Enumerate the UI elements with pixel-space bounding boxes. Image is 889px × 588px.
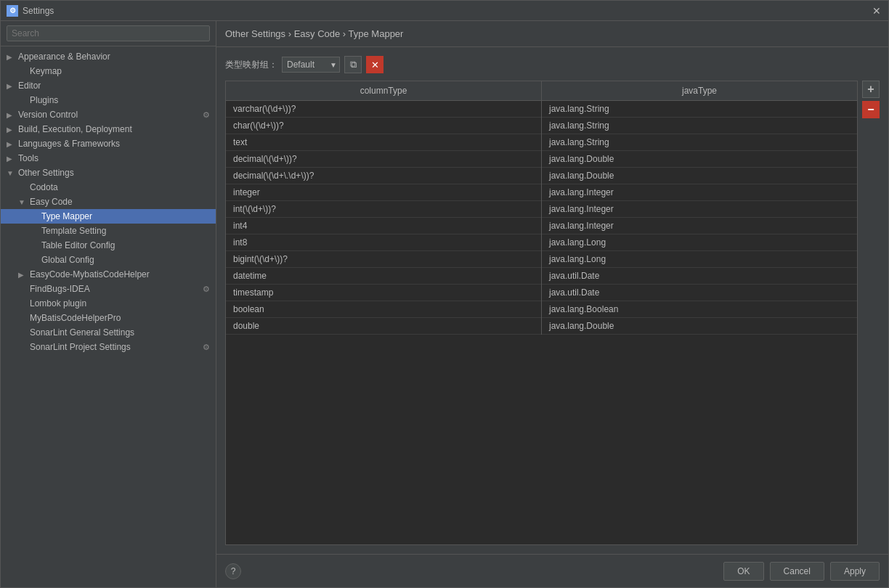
sidebar-item-build[interactable]: ▶ Build, Execution, Deployment bbox=[1, 122, 216, 136]
cancel-button[interactable]: Cancel bbox=[770, 562, 824, 581]
java-type-cell: java.lang.Double bbox=[542, 151, 858, 168]
java-type-cell: java.lang.Long bbox=[542, 251, 858, 268]
ok-button[interactable]: OK bbox=[723, 562, 763, 581]
java-type-cell: java.lang.Double bbox=[542, 168, 858, 184]
sidebar-item-tools[interactable]: ▶ Tools bbox=[1, 151, 216, 166]
arrow-icon bbox=[18, 300, 30, 308]
sidebar-item-plugins[interactable]: Plugins bbox=[1, 93, 216, 107]
column-type-cell: decimal(\(\d+\))? bbox=[226, 151, 542, 168]
sidebar-item-keymap[interactable]: Keymap bbox=[1, 64, 216, 78]
arrow-icon: ▶ bbox=[7, 140, 18, 148]
sidebar-item-label: EasyCode-MybatisCodeHelper bbox=[30, 269, 210, 279]
window-icon: ⚙ bbox=[7, 5, 18, 17]
table-row[interactable]: char(\(\d+\))?java.lang.String bbox=[226, 118, 857, 134]
sidebar-item-editor[interactable]: ▶ Editor bbox=[1, 78, 216, 93]
table-row[interactable]: timestampjava.util.Date bbox=[226, 285, 857, 301]
apply-button[interactable]: Apply bbox=[830, 562, 880, 581]
table-row[interactable]: int8java.lang.Long bbox=[226, 234, 857, 251]
sidebar-item-label: Build, Execution, Deployment bbox=[18, 124, 210, 134]
sidebar-item-label: Template Setting bbox=[41, 226, 210, 236]
table-row[interactable]: integerjava.lang.Integer bbox=[226, 184, 857, 201]
sidebar-item-lombok[interactable]: Lombok plugin bbox=[1, 296, 216, 311]
gear-icon: ⚙ bbox=[203, 343, 210, 352]
arrow-icon bbox=[30, 227, 41, 235]
arrow-icon bbox=[18, 184, 30, 192]
column-type-cell: bigint(\(\d+\))? bbox=[226, 251, 542, 268]
table-body: varchar(\(\d+\))?java.lang.Stringchar(\(… bbox=[226, 101, 857, 335]
sidebar-item-global-config[interactable]: Global Config bbox=[1, 253, 216, 267]
sidebar-tree: ▶ Appearance & Behavior Keymap ▶ Editor … bbox=[1, 46, 216, 587]
table-row[interactable]: doublejava.lang.Double bbox=[226, 318, 857, 335]
table-row[interactable]: booleanjava.lang.Boolean bbox=[226, 301, 857, 318]
table-row[interactable]: int4java.lang.Integer bbox=[226, 218, 857, 234]
table-header-row: columnType javaType bbox=[226, 81, 857, 101]
sidebar-item-label: Easy Code bbox=[30, 197, 210, 207]
sidebar-item-table-editor-config[interactable]: Table Editor Config bbox=[1, 238, 216, 253]
column-type-cell: boolean bbox=[226, 301, 542, 318]
breadcrumb: Other Settings › Easy Code › Type Mapper bbox=[216, 21, 888, 47]
column-type-cell: double bbox=[226, 318, 542, 335]
sidebar-item-easycode-mybatis[interactable]: ▶ EasyCode-MybatisCodeHelper bbox=[1, 267, 216, 282]
table-row[interactable]: varchar(\(\d+\))?java.lang.String bbox=[226, 101, 857, 118]
arrow-icon: ▼ bbox=[7, 169, 18, 177]
sidebar-item-version-control[interactable]: ▶ Version Control ⚙ bbox=[1, 107, 216, 122]
main-content: ▶ Appearance & Behavior Keymap ▶ Editor … bbox=[1, 21, 888, 587]
column-type-cell: int4 bbox=[226, 218, 542, 234]
select-wrapper: Default ▼ bbox=[282, 57, 340, 73]
copy-button[interactable]: ⧉ bbox=[344, 56, 362, 73]
sidebar-item-sonarlint-project[interactable]: SonarLint Project Settings ⚙ bbox=[1, 340, 216, 354]
sidebar-item-easy-code[interactable]: ▼ Easy Code bbox=[1, 195, 216, 209]
sidebar-item-label: Plugins bbox=[30, 95, 210, 105]
table-row[interactable]: datetimejava.util.Date bbox=[226, 268, 857, 285]
sidebar-item-label: Version Control bbox=[18, 110, 200, 120]
table-row[interactable]: bigint(\(\d+\))?java.lang.Long bbox=[226, 251, 857, 268]
java-type-cell: java.lang.Boolean bbox=[542, 301, 858, 318]
column-type-cell: int(\(\d+\))? bbox=[226, 201, 542, 218]
sidebar-item-sonarlint-general[interactable]: SonarLint General Settings bbox=[1, 325, 216, 340]
plus-icon: + bbox=[867, 83, 874, 96]
footer-left: ? bbox=[225, 563, 241, 579]
type-mapper-group-select[interactable]: Default bbox=[282, 57, 340, 73]
sidebar-item-findbugs[interactable]: FindBugs-IDEA ⚙ bbox=[1, 282, 216, 296]
table-row[interactable]: textjava.lang.String bbox=[226, 134, 857, 151]
sidebar-item-appearance[interactable]: ▶ Appearance & Behavior bbox=[1, 49, 216, 64]
delete-button[interactable]: ✕ bbox=[366, 56, 383, 73]
java-type-cell: java.util.Date bbox=[542, 268, 858, 285]
table-row[interactable]: decimal(\(\d+\.\d+\))?java.lang.Double bbox=[226, 168, 857, 184]
java-type-cell: java.lang.Double bbox=[542, 318, 858, 335]
sidebar-item-label: SonarLint Project Settings bbox=[30, 342, 200, 352]
sidebar-item-mybatis-helper-pro[interactable]: MyBatisCodeHelperPro bbox=[1, 311, 216, 325]
toolbar-label: 类型映射组： bbox=[225, 59, 277, 71]
column-type-header: columnType bbox=[226, 81, 542, 101]
gear-icon: ⚙ bbox=[203, 285, 210, 294]
sidebar-item-languages[interactable]: ▶ Languages & Frameworks bbox=[1, 136, 216, 151]
add-row-button[interactable]: + bbox=[862, 81, 880, 98]
search-box bbox=[1, 21, 216, 46]
close-button[interactable]: ✕ bbox=[871, 5, 882, 17]
mapping-table: columnType javaType varchar(\(\d+\))?jav… bbox=[226, 81, 857, 335]
sidebar-item-label: FindBugs-IDEA bbox=[30, 284, 200, 294]
sidebar-item-type-mapper[interactable]: Type Mapper bbox=[1, 209, 216, 224]
table-row[interactable]: decimal(\(\d+\))?java.lang.Double bbox=[226, 151, 857, 168]
sidebar-item-other-settings[interactable]: ▼ Other Settings bbox=[1, 166, 216, 180]
sidebar-item-label: Type Mapper bbox=[41, 211, 210, 221]
arrow-icon: ▶ bbox=[7, 126, 18, 134]
footer: ? OK Cancel Apply bbox=[216, 554, 888, 587]
type-mapper-table: columnType javaType varchar(\(\d+\))?jav… bbox=[225, 81, 858, 545]
copy-icon: ⧉ bbox=[350, 59, 357, 70]
help-button[interactable]: ? bbox=[225, 563, 241, 579]
sidebar-item-label: Global Config bbox=[41, 255, 210, 265]
arrow-icon: ▶ bbox=[7, 111, 18, 119]
sidebar-item-template-setting[interactable]: Template Setting bbox=[1, 224, 216, 238]
remove-row-button[interactable]: − bbox=[862, 101, 880, 118]
window-title: Settings bbox=[23, 6, 871, 16]
arrow-icon bbox=[18, 329, 30, 337]
arrow-icon: ▼ bbox=[18, 198, 30, 206]
arrow-icon bbox=[18, 314, 30, 322]
footer-right: OK Cancel Apply bbox=[723, 562, 880, 581]
table-row[interactable]: int(\(\d+\))?java.lang.Integer bbox=[226, 201, 857, 218]
search-input[interactable] bbox=[7, 25, 210, 41]
sidebar-item-label: Lombok plugin bbox=[30, 298, 210, 309]
sidebar-item-codota[interactable]: Codota bbox=[1, 180, 216, 195]
sidebar-item-label: Languages & Frameworks bbox=[18, 139, 210, 149]
